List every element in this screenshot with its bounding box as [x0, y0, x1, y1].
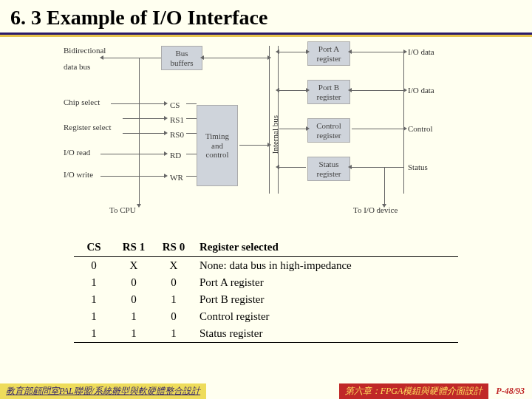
io-interface-diagram: Bidirectional data bus Chip select Regis…: [59, 41, 473, 226]
line-rs1-a: [123, 118, 164, 119]
footer-left: 教育部顧問室PAL聯盟/系統雛型與軟硬體整合設計: [0, 383, 206, 399]
cell-rs0: 1: [154, 325, 194, 343]
cell-cs: 1: [74, 274, 114, 291]
cell-rs1: 0: [114, 291, 154, 308]
label-databus: data bus: [64, 62, 90, 71]
block-timing-l2: and: [201, 141, 233, 151]
label-regselect: Register select: [64, 123, 111, 132]
table-row: 1 0 0 Port A register: [74, 274, 458, 291]
block-bus-buffers: Bus buffers: [161, 46, 202, 70]
slide-title: 6. 3 Example of I/O Interface: [0, 0, 532, 33]
footer-right: 第六章：FPGA模組與硬體介面設計: [339, 383, 489, 399]
line-bus-pb: [279, 90, 306, 91]
cell-cs: 1: [74, 308, 114, 325]
th-rs0: RS 0: [154, 238, 194, 257]
block-control-l2: register: [312, 131, 346, 140]
cell-reg: Port A register: [194, 274, 458, 291]
table-row: 1 0 1 Port B register: [74, 291, 458, 308]
internal-bus-line-l: [269, 46, 270, 194]
line-left-down: [139, 58, 140, 204]
line-ctrl-out: [352, 129, 403, 129]
label-internal-bus: Internal bus: [270, 115, 279, 154]
footer: 教育部顧問室PAL聯盟/系統雛型與軟硬體整合設計 第六章：FPGA模組與硬體介面…: [0, 383, 532, 399]
sig-cs: CS: [170, 100, 180, 109]
line-pb-out: [352, 90, 403, 91]
sig-wr: WR: [170, 173, 183, 182]
cell-rs1: 0: [114, 274, 154, 291]
block-status: Status register: [307, 157, 350, 181]
block-control-l1: Control: [312, 121, 346, 131]
label-bidirectional: Bidirectional: [64, 46, 106, 55]
block-status-l1: Status: [312, 160, 346, 169]
block-port-b-l1: Port B: [312, 83, 346, 92]
line-rs0-a: [123, 133, 164, 134]
cell-reg: Port B register: [194, 291, 458, 308]
line-databus: [103, 58, 161, 58]
cell-cs: 0: [74, 257, 114, 275]
label-tocpu: To CPU: [109, 205, 136, 214]
line-rd-ext: [186, 154, 197, 154]
label-iodata2: I/O data: [408, 86, 434, 95]
label-chipselect: Chip select: [64, 98, 100, 106]
block-port-a-l2: register: [312, 54, 346, 64]
block-bus-buffers-l2: buffers: [166, 58, 198, 68]
cell-reg: Status register: [194, 325, 458, 343]
table-row: 1 1 0 Control register: [74, 308, 458, 325]
register-select-table: CS RS 1 RS 0 Register selected 0 X X Non…: [74, 238, 458, 343]
line-rs0-ext: [186, 133, 197, 134]
th-cs: CS: [74, 238, 114, 257]
cell-rs0: X: [154, 257, 194, 275]
label-ioread: I/O read: [64, 148, 90, 157]
block-bus-buffers-l1: Bus: [166, 49, 198, 58]
line-bus-ctrl: [279, 129, 306, 129]
block-port-a: Port A register: [307, 41, 350, 66]
line-bus-pa: [279, 52, 306, 52]
th-reg: Register selected: [194, 238, 458, 257]
line-right-vert: [403, 52, 404, 194]
label-status: Status: [408, 163, 428, 171]
block-timing-l3: control: [201, 150, 233, 160]
line-wr-ext: [186, 176, 197, 177]
cell-rs1: X: [114, 257, 154, 275]
table-row: 1 1 1 Status register: [74, 325, 458, 343]
line-right-down: [384, 167, 385, 204]
line-stat-out: [352, 167, 403, 168]
block-port-b-l2: register: [312, 92, 346, 102]
table-row: 0 X X None: data bus in high-impedance: [74, 257, 458, 275]
cell-rs1: 1: [114, 325, 154, 343]
sig-rs1: RS1: [170, 115, 184, 124]
sig-rs0: RS0: [170, 130, 184, 139]
block-timing-l1: Timing: [201, 132, 233, 141]
label-control: Control: [408, 124, 433, 133]
cell-reg: Control register: [194, 308, 458, 325]
line-pa-out: [352, 52, 403, 52]
line-cs: [111, 103, 164, 104]
label-iowrite: I/O write: [64, 170, 93, 179]
block-port-a-l1: Port A: [312, 44, 346, 54]
cell-cs: 1: [74, 325, 114, 343]
cell-rs0: 1: [154, 291, 194, 308]
cell-reg: None: data bus in high-impedance: [194, 257, 458, 275]
line-timing-to-bus: [239, 145, 267, 146]
line-cs-ext: [186, 103, 197, 104]
line-rd: [100, 154, 164, 154]
cell-cs: 1: [74, 291, 114, 308]
label-todev: To I/O device: [353, 205, 398, 214]
line-bus-stat: [279, 167, 306, 168]
sig-rd: RD: [170, 151, 181, 160]
title-underline: [0, 33, 532, 37]
cell-rs0: 0: [154, 274, 194, 291]
label-iodata1: I/O data: [408, 47, 434, 56]
th-rs1: RS 1: [114, 238, 154, 257]
block-timing-control: Timing and control: [197, 105, 238, 186]
block-status-l2: register: [312, 169, 346, 179]
line-busbuf-to-bus: [204, 58, 267, 58]
block-control: Control register: [307, 118, 350, 143]
block-port-b: Port B register: [307, 80, 350, 104]
cell-rs0: 0: [154, 308, 194, 325]
line-wr: [100, 176, 164, 177]
line-rs1-ext: [186, 118, 197, 119]
footer-page: P-48/93: [488, 384, 532, 398]
cell-rs1: 1: [114, 308, 154, 325]
